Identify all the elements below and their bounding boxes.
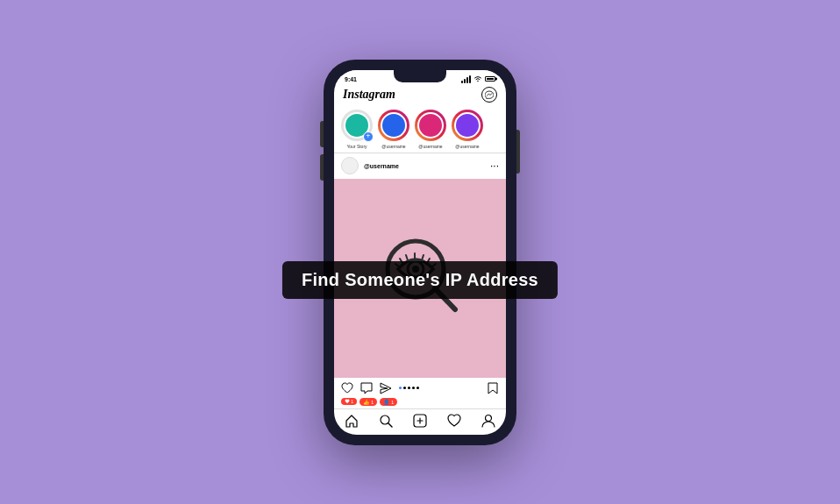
wifi-icon (473, 75, 482, 82)
thumbs-count-chip: 👍 1 (359, 398, 377, 406)
save-button[interactable] (487, 382, 499, 394)
story-item-3[interactable]: @username (452, 110, 483, 149)
bottom-nav (334, 408, 506, 435)
nav-add-icon[interactable] (413, 414, 427, 428)
volume-down-button (320, 154, 324, 181)
story-ring-1 (378, 110, 409, 141)
story-label-3: @username (455, 144, 479, 149)
comment-button[interactable] (360, 382, 373, 394)
story-item-your-story[interactable]: + Your Story (341, 110, 373, 149)
post-user-row: @username ··· (334, 153, 506, 179)
follow-count-chip: 👤 1 (380, 398, 397, 406)
action-icons-left (341, 382, 419, 394)
status-bar: 9:41 (334, 70, 506, 85)
phone-screen: 9:41 (334, 70, 506, 435)
svg-line-6 (406, 255, 408, 260)
volume-up-button (320, 121, 324, 147)
story-ring-3 (452, 110, 483, 141)
nav-heart-icon[interactable] (447, 414, 461, 428)
stories-row: + Your Story @username @username (334, 106, 506, 153)
signal-icon (461, 75, 471, 83)
post-username: @username (364, 163, 399, 169)
story-item-1[interactable]: @username (378, 110, 409, 149)
nav-search-icon[interactable] (379, 414, 393, 428)
carousel-dots (399, 387, 419, 389)
svg-line-12 (388, 423, 392, 427)
story-item-2[interactable]: @username (415, 110, 446, 149)
nav-home-icon[interactable] (345, 414, 359, 428)
like-button[interactable] (341, 382, 353, 394)
share-button[interactable] (380, 382, 392, 394)
story-label-2: @username (418, 144, 442, 149)
post-options-dots[interactable]: ··· (490, 160, 499, 171)
battery-icon (485, 76, 495, 82)
likes-badges: 1 👍 1 👤 1 (341, 398, 499, 406)
svg-line-8 (422, 255, 424, 260)
messenger-icon[interactable] (481, 87, 497, 103)
instagram-logo: Instagram (343, 88, 395, 102)
instagram-header: Instagram (334, 85, 506, 106)
story-label-your-story: Your Story (346, 144, 367, 149)
phone: 9:41 (324, 60, 516, 445)
post-avatar (341, 157, 359, 174)
scene: 9:41 (324, 60, 516, 445)
story-ring-2 (415, 110, 446, 141)
title-badge-text: Find Someone's IP Address (302, 270, 538, 289)
status-time: 9:41 (345, 76, 357, 82)
nav-profile-icon[interactable] (481, 414, 495, 428)
your-story-circle: + (341, 110, 373, 141)
svg-point-16 (486, 415, 492, 421)
story-label-1: @username (381, 144, 405, 149)
post-actions: 1 👍 1 👤 1 (334, 378, 506, 408)
action-icons-row (341, 382, 499, 394)
title-badge: Find Someone's IP Address (282, 261, 558, 299)
post-user-left: @username (341, 157, 399, 174)
status-icons (461, 75, 495, 83)
like-count-chip: 1 (341, 398, 357, 405)
